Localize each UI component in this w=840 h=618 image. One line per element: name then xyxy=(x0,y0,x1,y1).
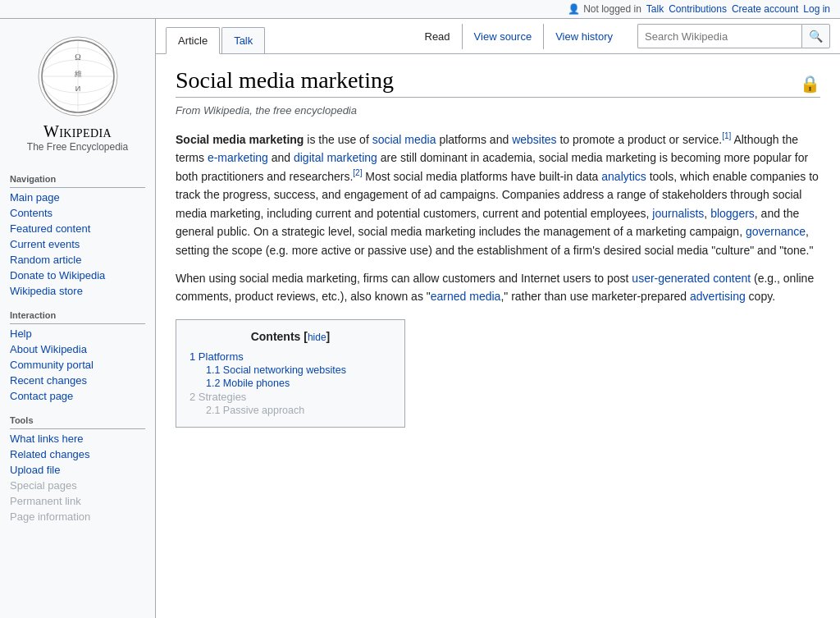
svg-text:維: 維 xyxy=(73,70,81,78)
sidebar-item-community-portal[interactable]: Community portal xyxy=(0,357,155,373)
tools-links: What links hereRelated changesUpload fil… xyxy=(0,431,155,524)
view-history-tab[interactable]: View history xyxy=(543,24,624,49)
content-area: Article Talk Read View source View histo… xyxy=(156,19,840,618)
talk-link[interactable]: Talk xyxy=(646,3,664,15)
user-icon: 👤 xyxy=(568,3,580,15)
search-icon: 🔍 xyxy=(809,30,823,43)
top-bar: 👤 Not logged in Talk Contributions Creat… xyxy=(0,0,840,19)
sidebar-item-help[interactable]: Help xyxy=(0,326,155,341)
lock-icon: 🔒 xyxy=(800,74,820,94)
log-in-link[interactable]: Log in xyxy=(803,3,830,15)
talk-tab[interactable]: Talk xyxy=(221,27,265,53)
sidebar-logo: Ω 維 И Wikipedia The Free Encyclopedia xyxy=(0,25,155,166)
sidebar-item-wiki-store[interactable]: Wikipedia store xyxy=(0,283,155,299)
toc-item[interactable]: 1.2 Mobile phones xyxy=(206,377,391,390)
sidebar-item-recent-changes[interactable]: Recent changes xyxy=(0,373,155,388)
interaction-label: Interaction xyxy=(0,305,155,322)
toc-item: 2 Strategies xyxy=(189,390,391,404)
link-emarketing[interactable]: e-marketing xyxy=(208,151,268,164)
sidebar-item-main-page[interactable]: Main page xyxy=(0,190,155,205)
search-button[interactable]: 🔍 xyxy=(801,24,830,48)
toc-title: Contents [hide] xyxy=(189,330,391,343)
sidebar-item-current-events[interactable]: Current events xyxy=(0,236,155,252)
create-account-link[interactable]: Create account xyxy=(732,3,798,15)
link-ugc[interactable]: user-generated content xyxy=(632,272,751,285)
right-tabs: Read View source View history 🔍 xyxy=(413,19,831,53)
toc-items: 1 Platforms1.1 Social networking website… xyxy=(189,350,391,417)
link-social-media[interactable]: social media xyxy=(372,133,436,146)
sidebar-item-what-links[interactable]: What links here xyxy=(0,431,155,446)
user-status: 👤 Not logged in xyxy=(568,3,641,15)
link-advertising[interactable]: advertising xyxy=(690,290,746,303)
sidebar-item-about[interactable]: About Wikipedia xyxy=(0,341,155,357)
link-journalists[interactable]: journalists xyxy=(652,207,704,220)
navigation-label: Navigation xyxy=(0,169,155,185)
toc-item: 2.1 Passive approach xyxy=(206,404,391,417)
sidebar-item-featured-content[interactable]: Featured content xyxy=(0,221,155,236)
sidebar-item-special-pages: Special pages xyxy=(0,478,155,493)
article-tab[interactable]: Article xyxy=(166,27,220,54)
layout: Ω 維 И Wikipedia The Free Encyclopedia Na… xyxy=(0,19,840,618)
read-tab[interactable]: Read xyxy=(413,24,462,49)
sidebar-item-page-info: Page information xyxy=(0,509,155,524)
ref-1[interactable]: [1] xyxy=(722,131,731,140)
interaction-links: HelpAbout WikipediaCommunity portalRecen… xyxy=(0,326,155,404)
sidebar-item-donate[interactable]: Donate to Wikipedia xyxy=(0,268,155,283)
article: Social media marketing 🔒 From Wikipedia,… xyxy=(156,54,840,447)
link-analytics[interactable]: analytics xyxy=(601,170,646,183)
table-of-contents: Contents [hide] 1 Platforms1.1 Social ne… xyxy=(176,319,405,428)
wiki-subtitle: The Free Encyclopedia xyxy=(27,141,128,153)
interaction-section: Interaction HelpAbout WikipediaCommunity… xyxy=(0,302,155,407)
sidebar-item-related-changes[interactable]: Related changes xyxy=(0,446,155,462)
contributions-link[interactable]: Contributions xyxy=(669,3,727,15)
ref-2[interactable]: [2] xyxy=(353,168,362,177)
sidebar: Ω 維 И Wikipedia The Free Encyclopedia Na… xyxy=(0,19,156,618)
search-input[interactable] xyxy=(637,24,801,48)
sidebar-item-permanent-link: Permanent link xyxy=(0,493,155,509)
tab-bar: Article Talk Read View source View histo… xyxy=(156,19,840,54)
article-subtitle: From Wikipedia, the free encyclopedia xyxy=(176,104,820,117)
wikipedia-logo: Ω 維 И xyxy=(37,35,119,117)
link-websites[interactable]: websites xyxy=(512,133,556,146)
paragraph-1: Social media marketing is the use of soc… xyxy=(176,130,820,259)
sidebar-item-contact[interactable]: Contact page xyxy=(0,388,155,404)
article-title: Social media marketing xyxy=(176,67,394,94)
navigation-section: Navigation Main pageContentsFeatured con… xyxy=(0,166,155,302)
link-bloggers[interactable]: bloggers xyxy=(710,207,755,220)
nav-links: Main pageContentsFeatured contentCurrent… xyxy=(0,190,155,299)
search-form: 🔍 xyxy=(637,24,830,48)
link-governance[interactable]: governance xyxy=(746,225,806,238)
toc-item[interactable]: 1 Platforms xyxy=(189,350,391,364)
bold-text-1: Social media marketing xyxy=(176,133,304,146)
left-tabs: Article Talk xyxy=(166,27,267,53)
sidebar-item-contents[interactable]: Contents xyxy=(0,205,155,221)
view-source-tab[interactable]: View source xyxy=(462,24,544,49)
sidebar-item-upload-file[interactable]: Upload file xyxy=(0,462,155,478)
toc-hide-link[interactable]: hide xyxy=(308,332,326,343)
tools-label: Tools xyxy=(0,410,155,427)
paragraph-2: When using social media marketing, firms… xyxy=(176,269,820,306)
article-title-row: Social media marketing 🔒 xyxy=(176,67,820,98)
wiki-title: Wikipedia xyxy=(43,122,112,141)
toc-item[interactable]: 1.1 Social networking websites xyxy=(206,364,391,377)
article-body: Social media marketing is the use of soc… xyxy=(176,130,820,428)
sidebar-item-random-article[interactable]: Random article xyxy=(0,252,155,268)
link-earned-media[interactable]: earned media xyxy=(431,290,501,303)
tools-section: Tools What links hereRelated changesUplo… xyxy=(0,407,155,528)
link-digital-marketing[interactable]: digital marketing xyxy=(294,151,377,164)
